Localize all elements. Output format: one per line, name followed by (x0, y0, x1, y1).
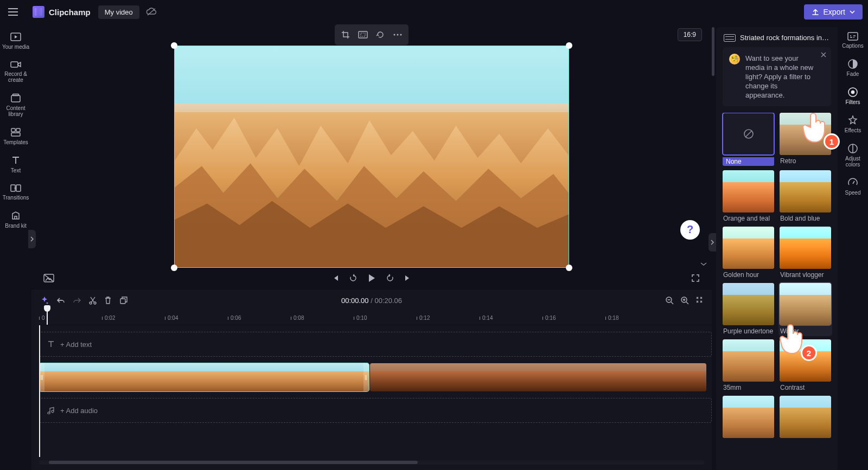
filter-thumb (723, 396, 774, 438)
skip-end-button[interactable] (404, 274, 412, 282)
sidebar-item-templates[interactable]: Templates (2, 124, 30, 149)
filter-option-contrast[interactable]: Contrast (780, 339, 831, 391)
svg-rect-4 (11, 128, 15, 132)
svg-point-16 (90, 302, 92, 304)
zoom-out-button[interactable] (665, 296, 674, 305)
timeline-toolbar: 00:00.00 / 00:20.06 (31, 289, 712, 311)
filter-option-extra-2[interactable] (780, 396, 831, 440)
preview-canvas[interactable] (174, 46, 569, 268)
timeline-scrollbar-thumb[interactable] (49, 461, 418, 464)
audio-track[interactable]: + Add audio (39, 398, 712, 423)
ruler-tick: 0:06 (228, 311, 260, 325)
text-track[interactable]: + Add text (39, 332, 712, 357)
sidebar-item-text[interactable]: Text (2, 152, 30, 177)
prop-tab-filters[interactable]: Filters (839, 83, 867, 108)
effects-icon (847, 115, 858, 126)
filter-thumb (780, 170, 831, 213)
timeline-scrollbar[interactable] (39, 460, 704, 465)
prop-tab-captions[interactable]: Captions (839, 28, 867, 52)
svg-rect-2 (11, 95, 20, 102)
zoom-fit-button[interactable] (695, 296, 703, 305)
help-button[interactable]: ? (680, 220, 700, 240)
auto-tools-button[interactable] (40, 296, 49, 305)
prop-tab-fade[interactable]: Fade (839, 55, 867, 80)
svg-rect-6 (11, 133, 20, 136)
left-sidebar: Your media Record & create Content libra… (0, 24, 31, 470)
split-button[interactable] (89, 296, 97, 305)
filter-thumb (723, 113, 774, 155)
resize-handle-ne[interactable] (566, 42, 572, 49)
panel-scrollbar[interactable] (712, 27, 715, 470)
play-button[interactable] (367, 273, 376, 283)
preview-stage: 16:9 (31, 24, 712, 289)
video-clip-1[interactable]: || || (39, 363, 369, 391)
filter-option-purple-undertone[interactable]: Purple undertone (723, 283, 774, 335)
resize-handle-nw[interactable] (171, 42, 177, 49)
aspect-ratio-button[interactable]: 16:9 (678, 28, 702, 41)
playhead[interactable] (47, 310, 48, 325)
clip-trim-right[interactable]: || (363, 363, 369, 391)
filter-thumb (780, 113, 831, 155)
filter-option-35mm[interactable]: 35mm (723, 339, 774, 391)
fit-button[interactable] (354, 27, 372, 43)
delete-button[interactable] (104, 296, 112, 305)
ruler-tick: 0:12 (417, 311, 449, 325)
filter-option-orange-teal[interactable]: Orange and teal (723, 170, 774, 222)
filter-label: Vibrant vlogger (780, 271, 831, 279)
filter-option-golden-hour[interactable]: Golden hour (723, 227, 774, 279)
undo-button[interactable] (56, 297, 65, 304)
zoom-in-button[interactable] (680, 296, 689, 305)
video-clip-2[interactable] (370, 363, 706, 391)
timeline-ruler[interactable]: 00:020:040:060:080:100:120:140:160:18 (39, 311, 712, 325)
playhead-line[interactable] (39, 325, 40, 457)
app-logo[interactable]: Clipchamp (33, 6, 91, 18)
ruler-tick: 0:14 (480, 311, 512, 325)
fullscreen-button[interactable] (691, 274, 700, 282)
panel-scrollbar-thumb[interactable] (712, 27, 714, 76)
svg-rect-18 (120, 299, 125, 304)
filter-option-extra-1[interactable] (723, 396, 774, 440)
ruler-tick: 0:10 (354, 311, 386, 325)
hamburger-menu[interactable] (3, 2, 23, 22)
filter-option-retro[interactable]: Retro (780, 113, 831, 166)
forward-button[interactable] (386, 274, 394, 282)
filters-panel: Striated rock formations in cany… 🧐 Want… (716, 27, 838, 470)
filter-label: Purple undertone (723, 327, 774, 335)
export-label: Export (824, 8, 845, 16)
duplicate-button[interactable] (119, 296, 128, 305)
more-options-button[interactable] (389, 27, 406, 43)
crop-button[interactable] (337, 27, 354, 43)
sidebar-item-transitions[interactable]: Transitions (2, 180, 30, 204)
filter-option-none[interactable]: None (723, 113, 774, 166)
sidebar-item-content-library[interactable]: Content library (2, 89, 30, 120)
svg-rect-9 (359, 31, 367, 38)
collapse-stage-button[interactable] (700, 261, 707, 267)
project-title[interactable]: My video (98, 5, 139, 19)
cloud-sync-off-icon[interactable] (146, 8, 157, 16)
timeline-tracks: + Add text || || + Add audio (39, 325, 712, 457)
svg-rect-5 (16, 128, 20, 132)
tip-close-button[interactable] (820, 51, 827, 58)
video-track[interactable]: || || (39, 363, 712, 391)
prop-tab-effects[interactable]: Effects (839, 112, 867, 137)
svg-rect-8 (16, 185, 21, 191)
adjust-icon (847, 143, 858, 154)
filter-option-winter[interactable]: Winter (778, 282, 832, 336)
hide-canvas-button[interactable] (43, 274, 54, 282)
filter-thumb (723, 339, 774, 382)
filter-option-vibrant-vlogger[interactable]: Vibrant vlogger (780, 227, 831, 279)
rewind-button[interactable] (349, 274, 358, 282)
sidebar-item-brand-kit[interactable]: Brand kit (2, 207, 30, 232)
filter-label: Winter (780, 327, 831, 335)
filter-label: 35mm (723, 384, 774, 391)
prop-tab-speed[interactable]: Speed (839, 174, 867, 199)
export-button[interactable]: Export (804, 4, 863, 20)
sidebar-item-record-create[interactable]: Record & create (2, 56, 30, 86)
pip-button[interactable] (372, 27, 389, 43)
prop-tab-adjust-colors[interactable]: Adjust colors (839, 140, 867, 171)
filter-tip-card: 🧐 Want to see your media in a whole new … (723, 47, 831, 106)
skip-start-button[interactable] (331, 274, 339, 282)
timeline-panel: 00:00.00 / 00:20.06 00:020:040:060:080:1… (31, 289, 712, 470)
sidebar-item-your-media[interactable]: Your media (2, 28, 30, 53)
filter-option-bold-blue[interactable]: Bold and blue (780, 170, 831, 222)
